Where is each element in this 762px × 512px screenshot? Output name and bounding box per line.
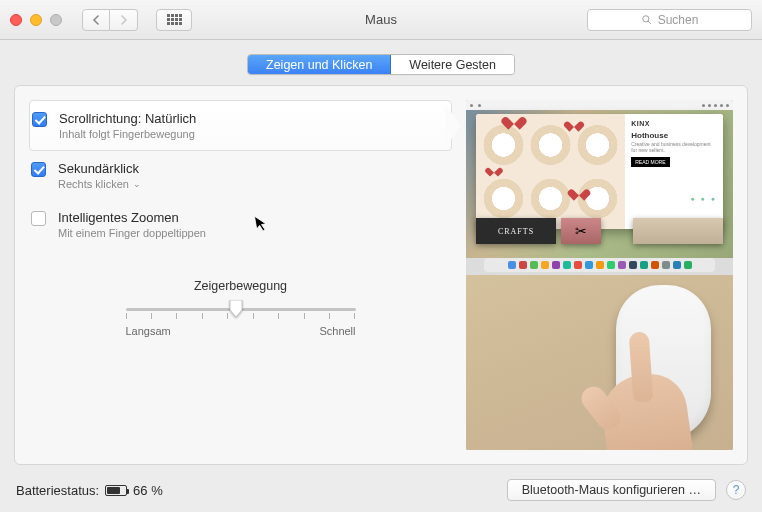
show-all-button[interactable] <box>156 9 192 31</box>
option-subtitle: Inhalt folgt Fingerbewegung <box>59 128 196 140</box>
back-button[interactable] <box>82 9 110 31</box>
option-title: Sekundärklick <box>58 161 141 176</box>
chevron-left-icon <box>92 15 100 25</box>
battery-percent: 66 % <box>133 483 163 498</box>
traffic-lights <box>10 14 62 26</box>
tab-bar: Zeigen und Klicken Weitere Gesten <box>0 54 762 75</box>
option-title: Scrollrichtung: Natürlich <box>59 111 196 126</box>
preview-screen: KINX Hothouse Creative and business deve… <box>466 100 733 275</box>
main-panel: Scrollrichtung: Natürlich Inhalt folgt F… <box>14 85 748 465</box>
preview-menubar <box>466 100 733 110</box>
slider-label-fast: Schnell <box>319 325 355 337</box>
grid-icon <box>167 14 182 25</box>
option-smart-zoom[interactable]: Intelligentes Zoomen Mit einem Finger do… <box>29 200 452 249</box>
window-title: Maus <box>365 12 397 27</box>
preview-browser-window: KINX Hothouse Creative and business deve… <box>476 114 723 229</box>
search-placeholder: Suchen <box>658 13 699 27</box>
battery-status: Batteriestatus: 66 % <box>16 483 163 498</box>
battery-icon <box>105 485 127 496</box>
preview-window-small <box>633 218 723 244</box>
minimize-window-button[interactable] <box>30 14 42 26</box>
tracking-title: Zeigerbewegung <box>126 279 356 293</box>
tab-point-and-click[interactable]: Zeigen und Klicken <box>248 55 391 74</box>
search-field[interactable]: Suchen <box>587 9 752 31</box>
gesture-preview: KINX Hothouse Creative and business deve… <box>466 100 733 450</box>
option-subtitle: Mit einem Finger doppeltippen <box>58 227 206 239</box>
chevron-down-icon: ⌄ <box>133 179 141 189</box>
preview-hand <box>593 340 693 450</box>
tab-more-gestures[interactable]: Weitere Gesten <box>391 55 514 74</box>
close-window-button[interactable] <box>10 14 22 26</box>
checkbox-scroll-direction[interactable] <box>32 112 47 127</box>
options-column: Scrollrichtung: Natürlich Inhalt folgt F… <box>29 100 452 450</box>
help-button[interactable]: ? <box>726 480 746 500</box>
maximize-window-button <box>50 14 62 26</box>
preview-desk <box>466 275 733 450</box>
footer: Batteriestatus: 66 % Bluetooth-Maus konf… <box>0 465 762 501</box>
option-title: Intelligentes Zoomen <box>58 210 206 225</box>
tracking-speed-section: Zeigerbewegung Langsam Schnell <box>126 279 356 337</box>
titlebar: Maus Suchen <box>0 0 762 40</box>
svg-line-1 <box>648 21 650 23</box>
slider-label-slow: Langsam <box>126 325 171 337</box>
option-subtitle[interactable]: Rechts klicken ⌄ <box>58 178 141 190</box>
option-scroll-direction[interactable]: Scrollrichtung: Natürlich Inhalt folgt F… <box>29 100 452 151</box>
search-icon <box>641 14 652 25</box>
nav-buttons <box>82 9 138 31</box>
forward-button[interactable] <box>110 9 138 31</box>
preview-window-crafts: CRAFTS <box>476 218 556 244</box>
preview-window-scissors: ✂ <box>561 218 601 244</box>
preview-dock <box>484 258 715 272</box>
chevron-right-icon <box>120 15 128 25</box>
checkbox-secondary-click[interactable] <box>31 162 46 177</box>
configure-bluetooth-mouse-button[interactable]: Bluetooth-Maus konfigurieren … <box>507 479 716 501</box>
tracking-slider[interactable] <box>126 299 356 319</box>
option-secondary-click[interactable]: Sekundärklick Rechts klicken ⌄ <box>29 151 452 200</box>
checkbox-smart-zoom[interactable] <box>31 211 46 226</box>
slider-knob[interactable] <box>228 300 244 322</box>
